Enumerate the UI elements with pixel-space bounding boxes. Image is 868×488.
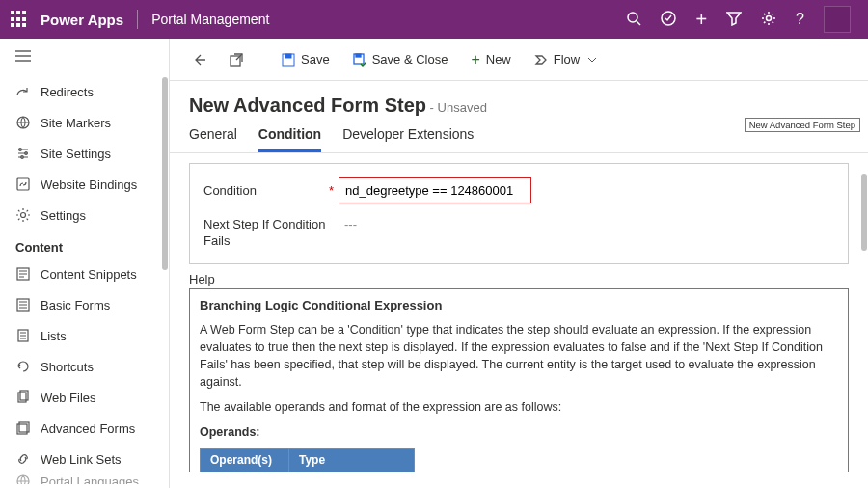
sidebar-item-label: Site Settings bbox=[41, 147, 111, 161]
svg-point-20 bbox=[17, 475, 29, 484]
help-icon[interactable]: ? bbox=[796, 11, 804, 28]
sidebar-item-label: Website Bindings bbox=[41, 177, 137, 192]
sidebar-item-advanced-forms[interactable]: Advanced Forms bbox=[0, 413, 169, 444]
save-close-button[interactable]: Save & Close bbox=[343, 46, 458, 72]
svg-line-1 bbox=[637, 21, 640, 25]
global-header: Power Apps Portal Management + ? bbox=[0, 0, 868, 39]
portal-name: Portal Management bbox=[151, 12, 269, 27]
tab-general[interactable]: General bbox=[189, 126, 237, 152]
sliders-icon bbox=[15, 146, 31, 161]
sidebar: RedirectsSite MarkersSite SettingsWebsit… bbox=[0, 39, 170, 488]
sidebar-item-basic-forms[interactable]: Basic Forms bbox=[0, 289, 169, 320]
search-icon[interactable] bbox=[626, 11, 641, 29]
sidebar-item-label: Advanced Forms bbox=[41, 421, 135, 436]
save-button[interactable]: Save bbox=[272, 46, 339, 72]
sidebar-item-label: Web Link Sets bbox=[41, 452, 122, 467]
nextstep-value[interactable]: --- bbox=[339, 217, 357, 231]
svg-rect-11 bbox=[17, 178, 29, 190]
sidebar-item-label: Settings bbox=[41, 208, 86, 223]
sidebar-item-label: Portal Languages bbox=[41, 474, 139, 484]
filter-icon[interactable] bbox=[726, 11, 742, 29]
app-launcher-icon[interactable] bbox=[8, 8, 31, 31]
avatar[interactable] bbox=[824, 6, 851, 33]
svg-rect-23 bbox=[285, 54, 291, 58]
svg-point-3 bbox=[767, 15, 772, 20]
help-section-label: Help bbox=[189, 272, 849, 286]
sidebar-item-website-bindings[interactable]: Website Bindings bbox=[0, 169, 169, 200]
redirect-icon bbox=[15, 84, 31, 99]
open-new-window-button[interactable] bbox=[220, 47, 253, 72]
sidebar-collapse-button[interactable] bbox=[0, 39, 169, 76]
sidebar-item-settings[interactable]: Settings bbox=[0, 200, 169, 230]
gear-icon bbox=[15, 207, 31, 223]
sidebar-item-label: Content Snippets bbox=[41, 267, 137, 282]
svg-point-12 bbox=[21, 213, 26, 218]
add-icon[interactable]: + bbox=[695, 9, 707, 31]
required-indicator: * bbox=[329, 183, 334, 198]
list-icon bbox=[15, 328, 31, 343]
page-subtitle: - Unsaved bbox=[430, 100, 487, 115]
sidebar-item-web-files[interactable]: Web Files bbox=[0, 382, 169, 413]
page-title: New Advanced Form Step bbox=[189, 95, 426, 116]
sidebar-item-shortcuts[interactable]: Shortcuts bbox=[0, 351, 169, 382]
tab-developer-extensions[interactable]: Developer Extensions bbox=[342, 126, 474, 152]
sidebar-item-redirects[interactable]: Redirects bbox=[0, 76, 169, 107]
settings-gear-icon[interactable] bbox=[761, 11, 776, 29]
sidebar-scrollbar[interactable] bbox=[162, 77, 168, 270]
task-check-icon[interactable] bbox=[661, 11, 676, 29]
tab-condition[interactable]: Condition bbox=[258, 126, 321, 152]
sidebar-item-label: Site Markers bbox=[41, 116, 111, 130]
sidebar-item-label: Lists bbox=[41, 329, 67, 343]
help-content: Branching Logic Conditional Expression A… bbox=[189, 288, 849, 472]
sidebar-item-label: Basic Forms bbox=[41, 298, 110, 312]
sidebar-item-content-snippets[interactable]: Content Snippets bbox=[0, 258, 169, 289]
operands-label: Operands: bbox=[200, 423, 838, 441]
help-heading: Branching Logic Conditional Expression bbox=[200, 297, 838, 315]
chevron-down-icon bbox=[587, 57, 597, 63]
shortcut-icon bbox=[15, 359, 31, 374]
sidebar-item-site-settings[interactable]: Site Settings bbox=[0, 138, 169, 169]
main-scrollbar[interactable] bbox=[861, 174, 867, 251]
globe-icon bbox=[15, 115, 31, 130]
nextstep-field-label: Next Step If Condition Fails bbox=[203, 217, 339, 250]
svg-point-0 bbox=[628, 13, 637, 22]
command-bar: Save Save & Close +New Flow bbox=[170, 39, 868, 81]
sidebar-section-content: Content bbox=[0, 230, 169, 258]
snippet-icon bbox=[15, 266, 31, 282]
sidebar-item-label: Web Files bbox=[41, 391, 96, 405]
header-divider bbox=[137, 10, 138, 29]
operands-table: Operand(s)Type =, ==Equals!=Not equals>G… bbox=[200, 448, 415, 472]
main-content: Save Save & Close +New Flow New Advanced… bbox=[170, 39, 868, 488]
header-actions: + ? bbox=[626, 6, 860, 33]
files-icon bbox=[15, 390, 31, 405]
sidebar-item-label: Shortcuts bbox=[41, 360, 94, 374]
svg-rect-25 bbox=[356, 54, 361, 57]
condition-section: Condition * Next Step If Condition Fails… bbox=[189, 163, 849, 264]
sidebar-item-portal-languages[interactable]: Portal Languages bbox=[0, 474, 169, 484]
multiform-icon bbox=[15, 420, 31, 436]
form-icon bbox=[15, 297, 31, 312]
sidebar-item-web-link-sets[interactable]: Web Link Sets bbox=[0, 444, 169, 474]
page-tooltip: New Advanced Form Step bbox=[745, 118, 860, 132]
brand-label: Power Apps bbox=[41, 12, 123, 28]
link-icon bbox=[15, 176, 31, 192]
condition-field-label: Condition bbox=[203, 183, 339, 198]
sidebar-item-lists[interactable]: Lists bbox=[0, 320, 169, 351]
help-paragraph-2: The available operands and format of the… bbox=[200, 398, 838, 416]
new-button[interactable]: +New bbox=[461, 46, 520, 72]
condition-input[interactable] bbox=[339, 177, 531, 203]
sidebar-item-site-markers[interactable]: Site Markers bbox=[0, 107, 169, 138]
flow-button[interactable]: Flow bbox=[525, 46, 607, 72]
linkset-icon bbox=[15, 451, 31, 467]
back-button[interactable] bbox=[183, 47, 216, 72]
globe-icon bbox=[15, 474, 31, 484]
sidebar-item-label: Redirects bbox=[41, 85, 94, 99]
help-paragraph-1: A Web Form Step can be a 'Condition' typ… bbox=[200, 321, 838, 392]
